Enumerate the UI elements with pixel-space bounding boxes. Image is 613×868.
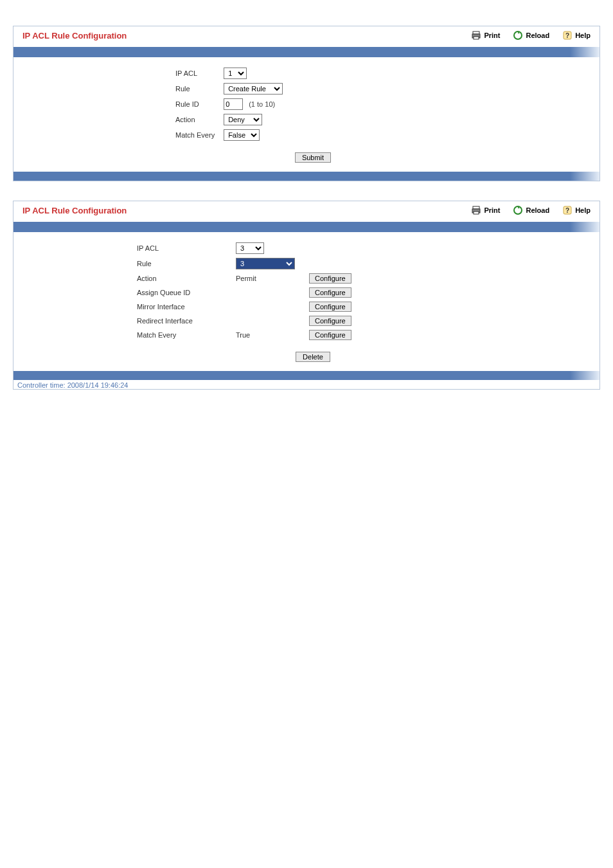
svg-text:?: ? xyxy=(565,32,569,39)
match-every-label: Match Every xyxy=(172,128,218,142)
reload-icon xyxy=(513,205,523,215)
svg-rect-8 xyxy=(474,212,479,214)
panel-ip-acl-rule-edit: IP ACL Rule Configuration Print Reload xyxy=(13,201,600,390)
help-button[interactable]: ? Help xyxy=(562,205,591,215)
panel-header: IP ACL Rule Configuration Print Reload xyxy=(13,201,600,222)
rule-id-input[interactable] xyxy=(224,98,243,110)
delete-row: Delete xyxy=(29,343,584,362)
panel-header: IP ACL Rule Configuration Print Reload xyxy=(13,26,600,47)
help-icon: ? xyxy=(562,205,573,215)
form-table: IP ACL 3 Rule 3 xyxy=(132,240,357,343)
svg-rect-2 xyxy=(474,37,479,39)
rule-id-hint: (1 to 10) xyxy=(245,100,275,108)
mirror-interface-label: Mirror Interface xyxy=(133,300,231,313)
print-label: Print xyxy=(484,206,500,214)
help-label: Help xyxy=(575,206,591,214)
ip-acl-select[interactable]: 3 xyxy=(236,242,264,254)
match-every-select[interactable]: False xyxy=(224,129,260,141)
submit-button[interactable]: Submit xyxy=(295,152,331,163)
reload-button[interactable]: Reload xyxy=(513,205,549,215)
panel-title: IP ACL Rule Configuration xyxy=(22,206,471,215)
panel-title: IP ACL Rule Configuration xyxy=(22,31,471,41)
action-select[interactable]: Deny xyxy=(224,114,262,125)
printer-icon xyxy=(471,205,481,215)
rule-select[interactable]: Create Rule xyxy=(224,83,283,95)
print-button[interactable]: Print xyxy=(471,205,500,215)
form-table: IP ACL 1 Rule Create Rule xyxy=(170,65,288,143)
match-every-label: Match Every xyxy=(133,329,231,341)
configure-mirror-interface-button[interactable]: Configure xyxy=(309,302,351,312)
redirect-interface-value xyxy=(232,314,304,327)
print-label: Print xyxy=(484,32,500,39)
ip-acl-label: IP ACL xyxy=(172,66,218,80)
redirect-interface-label: Redirect Interface xyxy=(133,314,231,327)
action-value: Permit xyxy=(232,272,304,285)
assign-queue-value xyxy=(232,286,304,299)
help-icon: ? xyxy=(562,30,573,41)
controller-time: Controller time: 2008/1/14 19:46:24 xyxy=(13,380,600,389)
svg-text:?: ? xyxy=(565,207,569,214)
configure-match-every-button[interactable]: Configure xyxy=(309,330,351,340)
ip-acl-label: IP ACL xyxy=(133,241,231,255)
rule-id-label: Rule ID xyxy=(172,97,218,111)
printer-icon xyxy=(471,30,481,41)
help-label: Help xyxy=(575,32,591,39)
delete-button[interactable]: Delete xyxy=(296,352,330,362)
print-button[interactable]: Print xyxy=(471,30,500,41)
footer-bar xyxy=(13,172,600,181)
rule-label: Rule xyxy=(133,257,231,271)
toolbar: Print Reload ? Help xyxy=(471,30,591,41)
reload-icon xyxy=(513,30,523,41)
ip-acl-select[interactable]: 1 xyxy=(224,68,247,79)
divider-bar xyxy=(13,47,600,57)
rule-select[interactable]: 3 xyxy=(236,258,295,269)
match-every-value: True xyxy=(232,329,304,341)
form-area: IP ACL 1 Rule Create Rule xyxy=(13,57,600,172)
reload-label: Reload xyxy=(526,32,549,39)
toolbar: Print Reload ? Help xyxy=(471,205,591,215)
rule-label: Rule xyxy=(172,82,218,96)
action-label: Action xyxy=(133,272,231,285)
configure-assign-queue-button[interactable]: Configure xyxy=(309,287,351,298)
submit-row: Submit xyxy=(29,143,584,163)
svg-rect-0 xyxy=(473,32,479,34)
assign-queue-label: Assign Queue ID xyxy=(133,286,231,299)
reload-label: Reload xyxy=(526,206,549,214)
svg-rect-6 xyxy=(473,206,479,209)
configure-action-button[interactable]: Configure xyxy=(309,273,351,284)
reload-button[interactable]: Reload xyxy=(513,30,549,41)
divider-bar xyxy=(13,222,600,232)
configure-redirect-interface-button[interactable]: Configure xyxy=(309,316,351,326)
mirror-interface-value xyxy=(232,300,304,313)
footer-bar xyxy=(13,371,600,380)
action-label: Action xyxy=(172,113,218,127)
help-button[interactable]: ? Help xyxy=(562,30,591,41)
form-area: IP ACL 3 Rule 3 xyxy=(13,232,600,371)
panel-ip-acl-rule-create: IP ACL Rule Configuration Print Reload xyxy=(13,26,600,181)
